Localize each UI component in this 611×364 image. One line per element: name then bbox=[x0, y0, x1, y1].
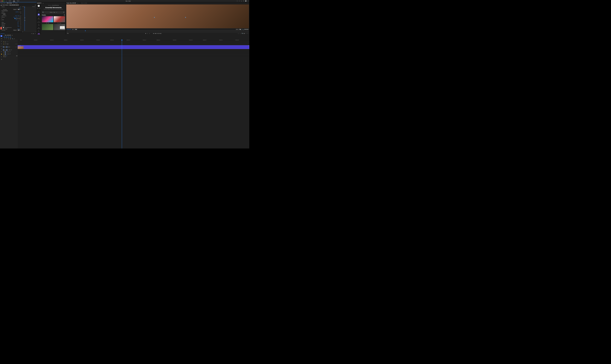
reset-icon[interactable]: ↺ bbox=[20, 13, 21, 14]
close-sequence-icon[interactable]: × bbox=[3, 35, 4, 36]
selection-tool-icon[interactable]: ▶ bbox=[0, 35, 2, 37]
source-v1[interactable]: V1 bbox=[3, 46, 4, 48]
solo-button[interactable]: S bbox=[9, 52, 9, 52]
reset-icon[interactable]: ↺ bbox=[20, 17, 21, 18]
sidebar-item-home[interactable]: ⌂Home bbox=[38, 10, 39, 13]
caption-icon[interactable]: cc bbox=[13, 38, 15, 39]
program-timecode-current[interactable]: 00:00:01:08 bbox=[67, 29, 71, 30]
import-tab[interactable]: Import bbox=[8, 0, 12, 2]
step-forward-icon[interactable]: |▶ bbox=[159, 33, 160, 34]
filter-icon[interactable]: ▼ bbox=[31, 33, 32, 34]
track-lane-v3[interactable] bbox=[18, 41, 249, 43]
spotlight-fx-tab[interactable]: Spotlight FX bbox=[37, 3, 41, 3]
lock-icon[interactable]: 🔒 bbox=[5, 50, 6, 50]
track-lane-mix[interactable] bbox=[18, 55, 249, 56]
lock-icon[interactable]: 🔒 bbox=[3, 41, 4, 42]
transform-handle-icon[interactable] bbox=[185, 17, 186, 18]
workspaces-icon[interactable]: ≡ bbox=[241, 0, 242, 2]
blend-mode-select[interactable]: Normal bbox=[13, 9, 20, 10]
program-playhead[interactable] bbox=[85, 30, 86, 31]
stopwatch-icon[interactable]: ◷ bbox=[1, 18, 2, 19]
fullscreen-icon[interactable]: ⤢ bbox=[247, 0, 248, 2]
export-frame-icon[interactable]: ⎘ bbox=[35, 33, 36, 34]
mix-marker-icon[interactable]: ▶◀ bbox=[16, 55, 17, 56]
customize-button[interactable]: ⚡Customize bbox=[60, 26, 65, 29]
program-viewer[interactable] bbox=[66, 4, 249, 28]
filter-zoom[interactable]: Zoom bbox=[53, 12, 55, 13]
lift-icon[interactable]: ⬚ bbox=[238, 33, 239, 34]
filter-more[interactable]: +2 bbox=[56, 12, 57, 13]
preset-item-pan-down[interactable]: Pan - Down bbox=[54, 16, 65, 24]
anchor-y-value[interactable]: 810,0 bbox=[18, 15, 20, 16]
spotlight-logo-icon[interactable]: S bbox=[38, 5, 39, 7]
reset-icon[interactable]: ↺ bbox=[20, 24, 21, 26]
show-timeline-icon[interactable]: ▭ bbox=[35, 4, 36, 6]
use-comp-shutter-checkbox[interactable] bbox=[3, 27, 4, 28]
comparison-view-icon[interactable]: ▣ bbox=[244, 33, 245, 34]
mic-icon[interactable]: 🎤 bbox=[10, 54, 11, 54]
keyframe-diamond-icon[interactable]: ◆ bbox=[25, 20, 25, 21]
mask-rect-icon[interactable] bbox=[4, 14, 5, 15]
play-around-icon[interactable]: ▶| bbox=[33, 33, 34, 34]
go-to-in-icon[interactable]: |◀ bbox=[153, 33, 154, 34]
reset-icon[interactable]: ↺ bbox=[20, 19, 21, 21]
lock-icon[interactable]: 🔒 bbox=[3, 55, 4, 56]
timeline-timecode[interactable]: 00:00:01:08 bbox=[3, 36, 11, 38]
shutter-angle-value[interactable]: 360,00 bbox=[17, 28, 20, 29]
sidebar-item-elements[interactable]: ⊞Elements bbox=[38, 27, 40, 29]
type-tool-icon[interactable]: T bbox=[0, 56, 2, 58]
ripple-edit-tool-icon[interactable]: ⇔ bbox=[0, 40, 2, 42]
toggle-output-icon[interactable]: ▭ bbox=[7, 52, 7, 52]
solo-button[interactable]: S bbox=[10, 50, 11, 50]
reset-icon[interactable]: ↺ bbox=[20, 26, 21, 27]
position-x-value[interactable]: 1775,0 bbox=[13, 17, 16, 18]
vertical-zoom-slider[interactable] bbox=[3, 57, 6, 57]
keyframe-diamond-icon[interactable]: ◆ bbox=[25, 17, 25, 18]
mute-button[interactable]: M bbox=[8, 52, 8, 52]
sidebar-item-collections[interactable]: ▣Collections bbox=[37, 13, 40, 17]
lock-icon[interactable]: 🔒 bbox=[3, 44, 4, 44]
marker-icon[interactable]: ◆ bbox=[10, 38, 11, 39]
sidebar-item-overlays[interactable]: ◧Overlays bbox=[38, 30, 40, 33]
timeline-ruler[interactable]: :00;00 00;00;00;05 00;00;00;10 00;00;00;… bbox=[18, 39, 249, 41]
toggle-eye-icon[interactable]: 👁 bbox=[17, 44, 17, 44]
sequence-clip-chip[interactable]: Main_1920x1080 · Video 01 bbox=[9, 4, 19, 6]
track-lane-a2[interactable] bbox=[18, 51, 249, 53]
speed-value[interactable]: 100,00% bbox=[15, 12, 18, 12]
rotation-value[interactable]: 0,0 bbox=[17, 25, 20, 26]
panel-menu-icon[interactable]: ≡ bbox=[13, 3, 14, 4]
resolution-select[interactable]: Full bbox=[236, 29, 242, 30]
chat-icon[interactable]: 💬 bbox=[245, 0, 247, 2]
program-tab[interactable]: Program: Main_1920x1080 bbox=[66, 3, 76, 3]
reset-icon[interactable]: ↺ bbox=[20, 22, 21, 23]
effects-tab[interactable]: Effects bbox=[15, 3, 18, 3]
toggle-output-icon[interactable]: ▭ bbox=[15, 47, 16, 47]
project-tab[interactable]: Project: Demo bbox=[0, 3, 5, 3]
search-icon[interactable]: 🔍 bbox=[42, 12, 44, 13]
track-a3[interactable]: A3 bbox=[5, 53, 6, 55]
more-tools-icon[interactable]: ⚙ bbox=[0, 59, 2, 60]
track-a1[interactable]: A1 bbox=[6, 49, 7, 51]
reset-icon[interactable]: ↺ bbox=[20, 28, 21, 29]
settings-icon[interactable]: 🔧 bbox=[242, 29, 244, 30]
fx-badge-icon[interactable]: fx bbox=[248, 45, 249, 46]
sampling-select[interactable]: Bilinear bbox=[13, 30, 20, 31]
panel-menu-icon[interactable]: ≡ bbox=[43, 3, 44, 4]
rectangle-tool-icon[interactable]: ▭ bbox=[0, 51, 2, 52]
toggle-eye-icon[interactable]: 👁 bbox=[17, 47, 17, 47]
source-clip-chip[interactable]: Source · Video 01 bbox=[2, 4, 9, 6]
toggle-output-icon[interactable]: ▭ bbox=[8, 50, 9, 50]
preset-item[interactable] bbox=[42, 24, 53, 30]
opacity2-value[interactable]: 100,0 bbox=[17, 26, 20, 27]
export-frame-icon[interactable]: 📷 bbox=[242, 33, 243, 34]
source-a1[interactable]: A1 bbox=[3, 49, 4, 51]
mark-out-icon[interactable]: } bbox=[149, 33, 150, 34]
mute-button[interactable]: M bbox=[9, 50, 10, 50]
lock-icon[interactable]: 🔒 bbox=[3, 52, 4, 52]
linked-selection-icon[interactable]: ⫘ bbox=[8, 38, 9, 39]
breadcrumb-root[interactable]: Collections bbox=[48, 5, 52, 6]
panel-menu-icon[interactable]: ≡ bbox=[12, 35, 13, 36]
pin-icon[interactable]: ▦ bbox=[0, 4, 2, 6]
mark-in-icon[interactable]: { bbox=[147, 33, 148, 34]
user-avatar[interactable] bbox=[38, 33, 40, 35]
